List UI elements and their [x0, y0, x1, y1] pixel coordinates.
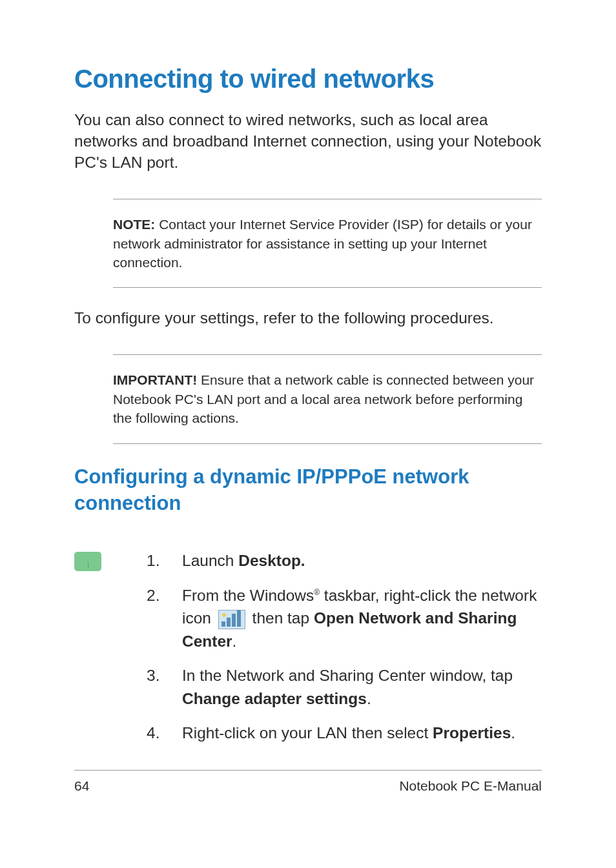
step-2: 2. From the Windows® taskbar, right-clic…	[147, 584, 542, 653]
step-content-4: Right-click on your LAN then select Prop…	[182, 722, 542, 745]
note-body: Contact your Internet Service Provider (…	[113, 217, 532, 270]
network-tray-icon	[218, 610, 245, 629]
note-box: NOTE: Contact your Internet Service Prov…	[113, 199, 542, 288]
step-content-3: In the Network and Sharing Center window…	[182, 664, 542, 710]
configure-paragraph: To configure your settings, refer to the…	[74, 307, 542, 328]
important-box: IMPORTANT! Ensure that a network cable i…	[113, 354, 542, 443]
step-content-2: From the Windows® taskbar, right-click t…	[182, 584, 542, 653]
step-3-pre: In the Network and Sharing Center window…	[182, 667, 513, 684]
step-3: 3. In the Network and Sharing Center win…	[147, 664, 542, 710]
step-4-pre: Right-click on your LAN then select	[182, 724, 433, 742]
important-text: IMPORTANT! Ensure that a network cable i…	[113, 370, 542, 427]
touchpad-icon	[74, 552, 101, 571]
step-number-4: 4.	[147, 722, 163, 745]
step-4-bold: Properties	[433, 724, 511, 742]
step-number-1: 1.	[147, 549, 163, 572]
step-4-end: .	[511, 724, 515, 742]
intro-paragraph: You can also connect to wired networks, …	[74, 109, 542, 173]
step-content-1: Launch Desktop.	[182, 549, 542, 572]
page-footer: 64 Notebook PC E-Manual	[74, 770, 542, 794]
section-sub-heading: Configuring a dynamic IP/PPPoE network c…	[74, 463, 542, 518]
step-1-pre: Launch	[182, 552, 238, 569]
page-number: 64	[74, 778, 89, 794]
note-label: NOTE:	[113, 217, 155, 232]
important-label: IMPORTANT!	[113, 372, 197, 387]
step-4: 4. Right-click on your LAN then select P…	[147, 722, 542, 745]
steps-container: 1. Launch Desktop. 2. From the Windows® …	[74, 549, 542, 756]
step-number-3: 3.	[147, 664, 163, 710]
footer-title: Notebook PC E-Manual	[399, 778, 542, 794]
step-1: 1. Launch Desktop.	[147, 549, 542, 572]
registered-mark: ®	[314, 588, 320, 597]
step-number-2: 2.	[147, 584, 163, 653]
step-3-end: .	[367, 690, 371, 707]
step-1-bold: Desktop.	[238, 552, 305, 569]
steps-list: 1. Launch Desktop. 2. From the Windows® …	[147, 549, 542, 756]
step-2-end: .	[232, 632, 237, 650]
step-3-bold: Change adapter settings	[182, 690, 367, 707]
step-2-pre: From the Windows	[182, 587, 314, 604]
step-2-post: then tap	[248, 609, 314, 627]
note-text: NOTE: Contact your Internet Service Prov…	[113, 215, 542, 272]
page-main-heading: Connecting to wired networks	[74, 65, 542, 94]
